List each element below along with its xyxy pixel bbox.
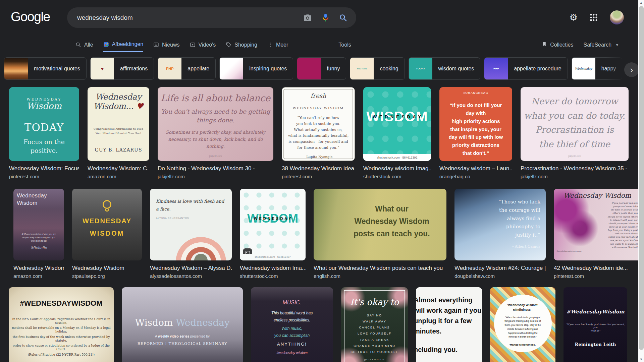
art-text: is compassion—for yourself and	[282, 139, 355, 144]
result-title[interactable]: 38 Wednesday Wisdom idea...	[282, 165, 355, 172]
result-thumbnail[interactable]: WISDOMW E D N E S D A Yshutterstock.com …	[363, 87, 431, 161]
art-text: “Those who lack	[454, 199, 546, 205]
image-result[interactable]: #WEDNESDAYWISDOMIn the NYS Court of Appe…	[9, 287, 114, 362]
art-text: the time to interact with	[554, 208, 638, 211]
art-text: Wednesday Wisdom	[314, 217, 446, 226]
image-result[interactable]: Kindness is love with flesh anda face.AL…	[150, 189, 232, 279]
art-text: W E D N E S D A Y	[363, 114, 431, 120]
image-result[interactable]: Life is all about balanceYou don't alway…	[158, 87, 273, 179]
art-text: “If you do not fill your	[439, 102, 512, 109]
result-thumbnail[interactable]: Wisdom WednesdayA weekly video series pr…	[122, 287, 243, 362]
result-domain[interactable]: amazon.com	[13, 273, 64, 279]
art-text: to interact with your, nor	[554, 219, 638, 222]
result-domain[interactable]: orangebag.co	[439, 174, 512, 179]
image-result[interactable]: Wednesday WisdomIf you post and run into…	[554, 189, 638, 279]
image-result[interactable]: WEDNESDAYWisdomTODAYFocus on thepositive…	[9, 87, 79, 179]
result-thumbnail[interactable]: WednesdayWisdomA 52-week reminder of who…	[13, 189, 64, 260]
result-thumbnail[interactable]: WEDNESDAYWisdomTODAYFocus on thepositive…	[9, 87, 79, 161]
image-result[interactable]: What ourWednesday Wisdomposts can teach …	[314, 189, 446, 279]
image-result[interactable]: Almost everythingwill work again if youu…	[416, 287, 482, 362]
result-domain[interactable]: stpaulsepc.org	[72, 273, 142, 279]
result-thumbnail[interactable]: Wednesday WisdomIf you post and run into…	[554, 189, 638, 260]
art-text: - Lupita Nyong'o	[282, 155, 355, 159]
image-result[interactable]: 'Wednesday Wisdom'Mindfulness -“When the…	[490, 287, 555, 362]
image-result[interactable]: WISDOMW E D N E S D A Yshutterstock.com …	[363, 87, 431, 179]
image-result[interactable]: It's okay toSAY NOWALK AWAYCANCEL PLANSL…	[341, 287, 408, 362]
result-thumbnail[interactable]: What ourWednesday Wisdomposts can teach …	[314, 189, 446, 260]
image-result[interactable]: Never do tomorrowwhat you can do today.P…	[521, 87, 629, 179]
result-title[interactable]: Wednesday Wisdom: A...	[13, 265, 64, 272]
result-thumbnail[interactable]: #WEDNESDAYWISDOMIn the NYS Court of Appe…	[9, 287, 114, 362]
art-text: Almost everything	[416, 296, 482, 304]
image-result[interactable]: #WednesdayWisdom“If you ever feel lonely…	[564, 287, 627, 362]
art-text: @LIFEBYCHELLE	[341, 359, 408, 361]
art-text: A 52-week reminder of who you are	[13, 233, 64, 236]
result-domain[interactable]: shutterstock.com	[240, 273, 306, 279]
image-result[interactable]: MUSIC.This beautiful word hasendless pos…	[251, 287, 333, 362]
result-domain[interactable]: english.com	[314, 273, 446, 279]
result-thumbnail[interactable]: Almost everythingwill work again if youu…	[416, 287, 482, 362]
result-title[interactable]: 42 Wednesday Wisdom ide...	[554, 265, 638, 272]
image-result[interactable]: ≡ORANGEBAG“If you do not fill yourday wi…	[439, 87, 512, 179]
result-thumbnail[interactable]: ≡ORANGEBAG“If you do not fill yourday wi…	[439, 87, 512, 161]
result-title[interactable]: Wednesday Wisdom #24: Courage | ...	[454, 265, 546, 272]
image-result[interactable]: WEDNESDAYWISDOMWednesday Wisdomstpaulsep…	[72, 189, 142, 279]
result-domain[interactable]: alyssadelossantos.com	[150, 273, 232, 279]
art-text: Your Mind and Nourish Your Soul	[88, 132, 149, 135]
result-title[interactable]: What our Wednesday Wisdom posts can teac…	[314, 265, 446, 272]
result-domain[interactable]: pinterest.com	[9, 174, 79, 179]
result-title[interactable]: Do Nothing - Wednesday Wisdom 30 -	[158, 165, 273, 172]
result-title[interactable]: Wednesday wisdom Ima...	[240, 265, 306, 272]
art-text: others you only care about	[554, 236, 638, 238]
result-thumbnail[interactable]: “Those who lackthe courage willalways fi…	[454, 189, 546, 260]
image-result[interactable]: freshWEDNESDAY WISDOM“You can't rely on …	[282, 87, 355, 179]
art-text: “You can't rely on how	[282, 116, 355, 120]
result-thumbnail[interactable]: Life is all about balanceYou don't alway…	[158, 87, 273, 161]
result-domain[interactable]: jakijellz.com	[521, 174, 629, 179]
result-thumbnail[interactable]: #WednesdayWisdom“If you ever feel lonely…	[564, 287, 627, 362]
result-title[interactable]: Wednesday Wisdom	[72, 265, 142, 272]
art-text: for those around you.”	[282, 145, 355, 150]
art-text: with someone like that!	[554, 246, 638, 249]
image-result[interactable]: WISDOMW E D N E S D A Yshutterstock.com …	[240, 189, 306, 279]
result-thumbnail[interactable]: WISDOMW E D N E S D A Yshutterstock.com …	[240, 189, 306, 260]
art-text: order to show cause or stipulation so or…	[9, 344, 114, 352]
scrollbar-thumb[interactable]	[639, 6, 644, 350]
scrollbar-up-arrow[interactable]: ▲	[638, 0, 644, 5]
divider	[24, 114, 64, 114]
result-domain[interactable]: dougbelshaw.com	[454, 273, 546, 279]
result-thumbnail[interactable]: WEDNESDAYWISDOM	[72, 189, 142, 260]
scrollbar-down-arrow[interactable]: ▼	[638, 357, 644, 362]
result-title[interactable]: Wednesday Wisdom: Focus...	[9, 165, 79, 172]
result-title[interactable]: Wednesday wisdom Imag...	[363, 165, 431, 172]
result-thumbnail[interactable]: It's okay toSAY NOWALK AWAYCANCEL PLANSL…	[341, 287, 408, 362]
result-thumbnail[interactable]: Kindness is love with flesh anda face.AL…	[150, 189, 232, 260]
art-text: Wednesday Wisdom	[554, 191, 638, 200]
image-result[interactable]: WednesdayWisdom... ♥Comprehensive Affirm…	[88, 87, 149, 179]
result-thumbnail[interactable]: 'Wednesday Wisdom'Mindfulness -“When the…	[490, 287, 555, 362]
result-thumbnail[interactable]: Never do tomorrowwhat you can do today.P…	[521, 87, 629, 161]
art-text: WEDNESDAY WISDOM	[282, 106, 355, 111]
result-title[interactable]: Procrastination - Wednesday Wisdom 35 -	[521, 165, 629, 172]
scrollbar[interactable]: ▲ ▼	[638, 0, 644, 362]
result-thumbnail[interactable]: freshWEDNESDAY WISDOM“You can't rely on …	[282, 87, 355, 161]
result-title[interactable]: Wednesday Wisdom – Alyssa D...	[150, 265, 232, 272]
result-title[interactable]: Wednesday wisdom – Laun...	[439, 165, 512, 172]
art-text: WISDOM	[72, 229, 142, 238]
result-title[interactable]: Wednesday Wisdom: C...	[88, 165, 149, 172]
result-thumbnail[interactable]: MUSIC.This beautiful word hasendless pos…	[251, 287, 333, 362]
chips-scroll-right-button[interactable]: ›	[624, 62, 639, 77]
art-text: that inspire you, your	[439, 126, 512, 133]
result-domain[interactable]: pinterest.com	[282, 174, 355, 179]
art-text: middle between suffering and	[494, 328, 552, 331]
image-result[interactable]: WednesdayWisdomA 52-week reminder of who…	[13, 189, 64, 279]
result-thumbnail[interactable]: WednesdayWisdom... ♥Comprehensive Affirm…	[88, 87, 149, 161]
art-text: With music,	[251, 326, 333, 331]
result-domain[interactable]: shutterstock.com	[363, 174, 431, 179]
result-domain[interactable]: amazon.com	[88, 174, 149, 179]
image-result[interactable]: Wisdom WednesdayA weekly video series pr…	[122, 287, 243, 362]
result-domain[interactable]: jakijellz.com	[158, 174, 273, 179]
image-result[interactable]: “Those who lackthe courage willalways fi…	[454, 189, 546, 279]
result-domain[interactable]: pinterest.com	[554, 273, 638, 279]
art-text: should never expect others	[554, 216, 638, 218]
